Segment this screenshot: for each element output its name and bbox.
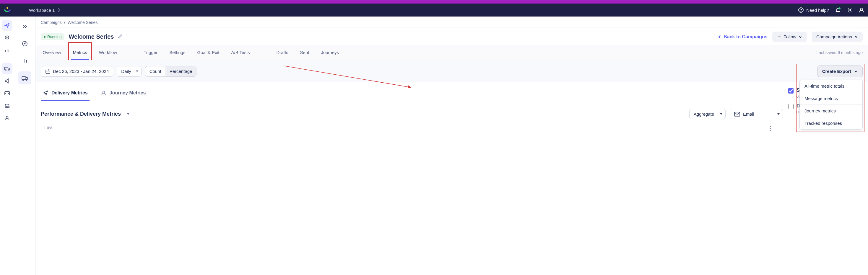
svg-point-13: [23, 79, 24, 80]
toggle-percentage[interactable]: Percentage: [165, 66, 196, 76]
tab-workflow[interactable]: Workflow: [97, 45, 119, 60]
status-dot-icon: [44, 36, 45, 38]
chart-menu-button[interactable]: [769, 126, 771, 133]
reports-icon[interactable]: [18, 54, 31, 67]
expand-sidebar-button[interactable]: [18, 20, 31, 33]
notification-dot: [838, 7, 840, 9]
channel-select[interactable]: Email: [730, 109, 783, 119]
tab-ab-tests[interactable]: A/B Tests: [229, 45, 251, 60]
sidebar-delivery-icon[interactable]: [2, 63, 12, 74]
settings-button[interactable]: [847, 7, 852, 13]
app-logo[interactable]: [4, 6, 11, 14]
svg-point-18: [102, 91, 104, 93]
aggregate-select[interactable]: Aggregate: [689, 109, 725, 119]
email-icon: [734, 112, 740, 116]
svg-point-14: [26, 79, 27, 80]
workspace-name: Workspace 1: [29, 8, 55, 13]
chart-area: 1.0%: [41, 126, 783, 130]
date-range-picker[interactable]: Dec 26, 2023 - Jan 24, 2024: [41, 66, 113, 77]
tab-trigger[interactable]: Trigger: [142, 45, 159, 60]
svg-point-0: [6, 7, 8, 9]
dashboard-icon[interactable]: [18, 37, 31, 50]
chevron-down-icon: [777, 113, 780, 115]
export-message-metrics[interactable]: Message metrics: [800, 92, 862, 105]
tab-journeys[interactable]: Journeys: [319, 45, 341, 60]
link-icon[interactable]: [125, 111, 131, 118]
chevron-down-icon: [136, 71, 138, 72]
campaign-actions-button[interactable]: Campaign Actions: [812, 32, 863, 42]
sidebar-broadcast-icon[interactable]: [2, 75, 12, 86]
chart-ytick: 1.0%: [44, 126, 53, 130]
tab-sent[interactable]: Sent: [299, 45, 311, 60]
export-tracked-responses[interactable]: Tracked responses: [800, 117, 862, 129]
export-all-time-totals[interactable]: All-time metric totals: [800, 80, 862, 92]
svg-point-9: [6, 116, 8, 118]
status-badge: Running: [41, 33, 64, 40]
campaign-title: Welcome Series: [68, 33, 114, 40]
subtab-delivery-metrics[interactable]: Delivery Metrics: [41, 86, 90, 101]
tab-goal-exit[interactable]: Goal & Exit: [195, 45, 221, 60]
top-accent-bar: [0, 0, 868, 4]
metrics-section-title: Performance & Delivery Metrics: [41, 111, 121, 117]
tabs-row: Overview Metrics Workflow Trigger Settin…: [35, 45, 868, 60]
breadcrumb-current: Welcome Series: [68, 20, 98, 25]
tab-overview[interactable]: Overview: [41, 45, 63, 60]
svg-rect-15: [46, 70, 50, 73]
create-export-button[interactable]: Create Export: [817, 66, 863, 77]
display-mode-toggle: Count Percentage: [145, 66, 197, 77]
svg-point-4: [861, 8, 863, 10]
sidebar-analytics-icon[interactable]: [2, 45, 12, 56]
svg-point-11: [24, 43, 25, 44]
delivered-checkbox[interactable]: [788, 104, 794, 109]
svg-rect-8: [5, 92, 9, 95]
svg-point-22: [770, 130, 771, 131]
interval-select[interactable]: Daily: [117, 66, 141, 77]
export-menu: All-time metric totals Message metrics J…: [800, 80, 863, 130]
chevron-down-icon: [720, 113, 722, 115]
svg-rect-5: [4, 67, 8, 70]
tab-drafts[interactable]: Drafts: [275, 45, 290, 60]
svg-point-2: [801, 11, 801, 12]
sidebar-code-icon[interactable]: [2, 88, 12, 99]
delivery-nav-icon[interactable]: [18, 71, 31, 84]
svg-point-21: [770, 128, 771, 129]
app-header: Workspace 1 Need help?: [0, 4, 868, 16]
back-to-campaigns-link[interactable]: Back to Campaigns: [718, 34, 767, 39]
svg-point-20: [770, 126, 771, 127]
sidebar-campaigns-icon[interactable]: [2, 20, 12, 31]
svg-point-6: [5, 70, 6, 71]
need-help-label: Need help?: [806, 8, 829, 13]
edit-title-button[interactable]: [118, 34, 123, 40]
account-button[interactable]: [859, 7, 864, 13]
toggle-count[interactable]: Count: [145, 66, 165, 76]
sidebar-layers-icon[interactable]: [2, 32, 12, 43]
tab-metrics[interactable]: Metrics: [71, 45, 89, 60]
svg-rect-12: [22, 77, 26, 80]
sent-checkbox[interactable]: [788, 88, 794, 94]
tab-settings[interactable]: Settings: [167, 45, 187, 60]
primary-sidebar: [0, 16, 14, 275]
sidebar-inbox-icon[interactable]: [2, 100, 12, 111]
sidebar-people-icon[interactable]: [2, 113, 12, 123]
secondary-sidebar: [14, 16, 35, 275]
svg-point-7: [8, 70, 9, 71]
notifications-button[interactable]: [835, 7, 841, 13]
export-journey-metrics[interactable]: Journey metrics: [800, 105, 862, 117]
follow-button[interactable]: Follow: [772, 32, 807, 42]
subtab-journey-metrics[interactable]: Journey Metrics: [99, 86, 148, 101]
breadcrumb-campaigns[interactable]: Campaigns: [41, 20, 62, 25]
need-help-button[interactable]: Need help?: [798, 7, 829, 13]
svg-point-3: [849, 9, 850, 11]
last-saved-label: Last saved 6 months ago: [816, 50, 863, 55]
breadcrumb: Campaigns / Welcome Series: [41, 20, 863, 25]
workspace-switcher[interactable]: Workspace 1: [29, 8, 61, 13]
